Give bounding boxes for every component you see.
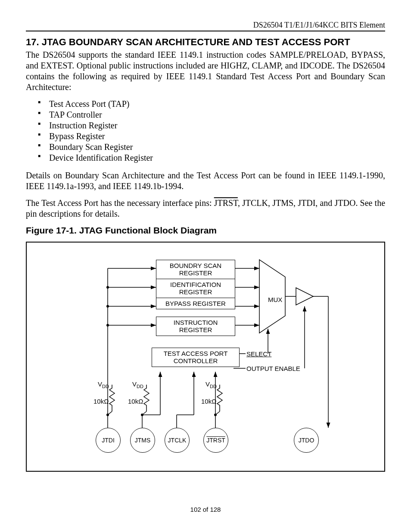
svg-line-32	[142, 411, 146, 415]
svg-line-33	[215, 411, 220, 415]
vdd-label: VDD	[132, 380, 143, 389]
jtdi-pin: JTDI	[96, 428, 121, 453]
instruction-register-block: INSTRUCTION REGISTER	[156, 317, 235, 336]
jtclk-pin: JTCLK	[165, 428, 190, 453]
paragraph-1: The DS26504 supports the standard IEEE 1…	[26, 50, 385, 93]
svg-point-30	[214, 414, 217, 416]
list-item: TAP Controller	[38, 109, 385, 120]
jtdo-pin: JTDO	[294, 428, 319, 453]
jtrst-pin: JTRST	[203, 428, 228, 453]
list-item: Boundary Scan Register	[38, 142, 385, 152]
jtms-pin: JTMS	[130, 428, 155, 453]
jtrst-signal: JTRST	[214, 198, 238, 208]
svg-line-31	[108, 411, 112, 415]
svg-point-7	[106, 305, 109, 308]
vdd-label: VDD	[98, 380, 109, 389]
svg-marker-15	[296, 288, 313, 305]
list-item: Test Access Port (TAP)	[38, 99, 385, 109]
list-item: Instruction Register	[38, 120, 385, 131]
running-header: DS26504 T1/E1/J1/64KCC BITS Element	[26, 21, 385, 30]
bypass-register-block: BYPASS REGISTER	[156, 298, 235, 309]
select-label: SELECT	[246, 350, 271, 358]
vdd-label: VDD	[206, 380, 217, 389]
section-title-text: JTAG BOUNDARY SCAN ARCHITECTURE AND TEST…	[42, 37, 350, 47]
resistor-label: 10kΩ	[93, 398, 109, 405]
paragraph-2: Details on Boundary Scan Architecture an…	[26, 170, 385, 192]
svg-point-25	[141, 414, 143, 416]
page-footer: 102 of 128	[0, 506, 411, 513]
list-item: Device Identification Register	[38, 152, 385, 163]
boundary-scan-register-block: BOUNDRY SCAN REGISTER	[156, 260, 235, 279]
identification-register-block: IDENTIFICATION REGISTER	[156, 279, 235, 298]
output-enable-label: OUTPUT ENABLE	[246, 365, 300, 372]
header-rule	[26, 31, 385, 31]
section-heading: 17. JTAG BOUNDARY SCAN ARCHITECTURE AND …	[26, 37, 385, 48]
jtag-block-diagram: BOUNDRY SCAN REGISTER IDENTIFICATION REG…	[26, 242, 385, 472]
paragraph-3: The Test Access Port has the necessary i…	[26, 198, 385, 219]
paragraph-3a: The Test Access Port has the necessary i…	[26, 198, 214, 208]
mux-label: MUX	[268, 296, 282, 303]
figure-caption: Figure 17-1. JTAG Functional Block Diagr…	[26, 225, 385, 236]
svg-point-8	[106, 324, 109, 327]
section-number: 17.	[26, 37, 39, 47]
resistor-label: 10kΩ	[128, 398, 143, 405]
svg-point-6	[106, 286, 109, 289]
svg-point-1	[106, 414, 109, 416]
list-item: Bypass Register	[38, 131, 385, 142]
tap-controller-block: TEST ACCESS PORT CONTROLLER	[152, 348, 240, 367]
feature-list: Test Access Port (TAP) TAP Controller In…	[38, 99, 385, 163]
resistor-label: 10kΩ	[201, 398, 216, 405]
